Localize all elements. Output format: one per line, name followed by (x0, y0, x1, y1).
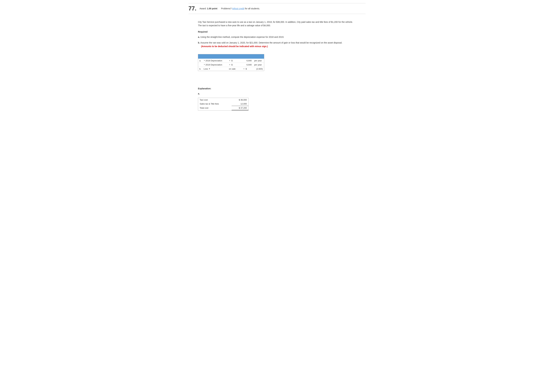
value-loss: (2,920) (253, 67, 264, 71)
explanation-sub-a: a. (198, 92, 356, 95)
adjust-credit-link[interactable]: Adjust credit (232, 7, 244, 10)
sub-a-label: a. (198, 36, 200, 38)
sub-b-text: Assume the van was sold on January 1, 20… (201, 42, 342, 44)
description-cell-loss: Loss ▼ (202, 67, 228, 71)
total-cost-label: Total cost (198, 106, 232, 110)
question-body: City Taxi Service purchased a new auto t… (188, 19, 366, 116)
sub-a-text: Using the straight-line method, compute … (201, 36, 284, 38)
answer-table-container: a. ⚑ 2018 Depreciation ⚑ $ 6,64 (198, 54, 264, 71)
value-2018: 6,640 (242, 59, 253, 63)
per-year-2018: per year (253, 59, 264, 63)
loss-description: Loss (204, 68, 208, 70)
problems-label: Problems? (221, 7, 232, 10)
row-label-b: b. (198, 67, 202, 71)
sales-tax-label: Sales tax & Title fees (198, 102, 232, 106)
sub-b-note: (Amounts to be deducted should be indica… (201, 45, 268, 48)
currency-2019: ⚑ $ (228, 63, 242, 67)
per-year-2019: per year (253, 63, 264, 67)
dropdown-cell-on-sale: on sale (228, 67, 242, 71)
explanation-table-container: Taxi cost $ 36,000 Sales tax & Title fee… (198, 98, 249, 111)
total-cost-value: $ 37,200 (232, 106, 248, 110)
currency-2018: ⚑ $ (228, 59, 242, 63)
required-heading: Required (198, 30, 356, 33)
explanation-row: Taxi cost $ 36,000 (198, 98, 248, 102)
value-text-2018: 6,640 (247, 59, 252, 62)
taxi-cost-value: $ 36,000 (232, 98, 248, 102)
sub-question-a: a. Using the straight-line method, compu… (198, 35, 356, 39)
explanation-table: Taxi cost $ 36,000 Sales tax & Title fee… (198, 98, 248, 110)
table-row: b. Loss ▼ on sale ⚑ $ (198, 67, 264, 71)
award-label: Award: (200, 7, 206, 10)
page-container: 77. Award: 1.00 point Problems? Adjust c… (182, 0, 372, 119)
flag-icon-4: ⚑ (229, 64, 230, 66)
currency-loss: ⚑ $ (242, 67, 253, 71)
answer-table-header (198, 54, 264, 59)
value-text-2019: 6,640 (247, 63, 252, 66)
table-row: a. ⚑ 2018 Depreciation ⚑ $ 6,64 (198, 59, 264, 63)
award-text: Award: 1.00 point Problems? Adjust credi… (200, 7, 260, 10)
sales-tax-value: 12,000 (232, 102, 248, 106)
question-number: 77. (188, 5, 196, 12)
flag-icon-2: ⚑ (229, 60, 230, 62)
value-2019: 6,640 (242, 63, 253, 67)
row-description-2018: 2018 Depreciation (206, 59, 222, 62)
description-cell-2018: ⚑ 2018 Depreciation (202, 59, 228, 63)
row-description-2019: 2019 Depreciation (206, 63, 222, 66)
for-all-students-label: for all students. (245, 7, 260, 10)
explanation-section: Explanation: a. Taxi cost $ 36,000 Sales… (198, 86, 356, 111)
question-body-text: City Taxi Service purchased a new auto t… (198, 20, 356, 27)
taxi-cost-label: Taxi cost (198, 98, 232, 102)
on-sale-text: on sale (229, 68, 235, 70)
answer-table: a. ⚑ 2018 Depreciation ⚑ $ 6,64 (198, 59, 264, 71)
explanation-row: Total cost $ 37,200 (198, 106, 248, 110)
award-value: 1.00 point (207, 7, 217, 10)
flag-icon: ⚑ (204, 60, 205, 62)
flag-icon-5: ⚑ (243, 68, 245, 70)
sub-b-label: b. (198, 42, 200, 44)
explanation-row: Sales tax & Title fees 12,000 (198, 102, 248, 106)
row-label-empty (198, 63, 202, 67)
row-label-a: a. (198, 59, 202, 63)
dropdown-arrow-icon[interactable]: ▼ (208, 68, 210, 70)
sub-question-b: b. Assume the van was sold on January 1,… (198, 41, 356, 48)
table-row: ⚑ 2019 Depreciation ⚑ $ 6,640 per year (198, 63, 264, 67)
flag-icon-3: ⚑ (204, 64, 205, 66)
explanation-heading: Explanation: (198, 87, 356, 90)
question-header: 77. Award: 1.00 point Problems? Adjust c… (188, 3, 366, 14)
value-text-loss: (2,920) (256, 68, 263, 70)
description-cell-2019: ⚑ 2019 Depreciation (202, 63, 228, 67)
